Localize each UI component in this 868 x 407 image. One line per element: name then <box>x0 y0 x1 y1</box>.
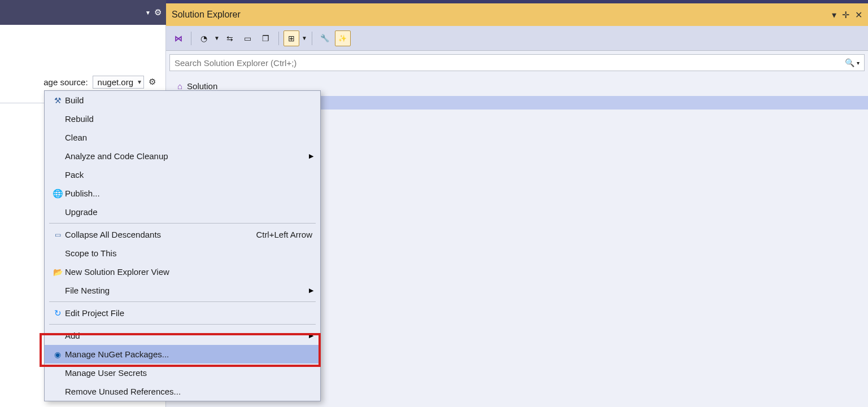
menu-item-edit-project-file[interactable]: Edit Project File <box>45 304 320 322</box>
menu-item-label: Rebuild <box>65 114 312 124</box>
search-icon[interactable]: 🔍 <box>845 58 854 67</box>
tree-root-label: Solution <box>187 81 217 91</box>
edit-icon <box>50 308 65 318</box>
menu-item-scope-to-this[interactable]: Scope to This <box>45 244 320 262</box>
menu-item-label: Manage User Secrets <box>65 368 312 378</box>
pin-icon[interactable]: ✛ <box>842 10 849 20</box>
folder-new-icon <box>50 268 65 277</box>
submenu-arrow-icon: ▶ <box>309 152 313 160</box>
menu-item-label: Analyze and Code Cleanup <box>65 151 312 161</box>
search-dropdown-icon[interactable]: ▾ <box>857 60 860 66</box>
menu-item-collapse-all-descendants[interactable]: Collapse All DescendantsCtrl+Left Arrow <box>45 225 320 244</box>
menu-item-rebuild[interactable]: Rebuild <box>45 110 320 128</box>
menu-item-label: Clean <box>65 133 312 142</box>
build-icon <box>50 96 65 105</box>
window-menu-icon[interactable]: ▾ <box>832 10 836 20</box>
show-all-dropdown-icon[interactable]: ▼ <box>302 35 307 41</box>
menu-item-remove-unused-references[interactable]: Remove Unused References... <box>45 382 320 401</box>
menu-item-label: Upgrade <box>65 207 312 217</box>
menu-item-label: Edit Project File <box>65 308 312 318</box>
menu-item-label: Scope to This <box>65 248 312 258</box>
switch-views-icon[interactable] <box>222 30 238 46</box>
package-source-row: age source: nuget.org <box>0 73 166 90</box>
preview-icon[interactable] <box>335 30 351 46</box>
menu-item-pack[interactable]: Pack <box>45 165 320 184</box>
submenu-arrow-icon: ▶ <box>309 332 313 339</box>
toolbar-separator <box>191 32 191 45</box>
toolbar-separator <box>312 32 312 45</box>
properties-icon[interactable] <box>317 30 333 46</box>
toolbar-separator <box>278 32 279 45</box>
menu-item-manage-nuget-packages[interactable]: Manage NuGet Packages... <box>45 345 320 364</box>
menu-item-new-solution-explorer-view[interactable]: New Solution Explorer View <box>45 262 320 281</box>
solution-explorer-search[interactable]: 🔍 ▾ <box>169 54 865 71</box>
gear-icon[interactable] <box>154 7 162 17</box>
menu-item-upgrade[interactable]: Upgrade <box>45 203 320 221</box>
submenu-arrow-icon: ▶ <box>309 287 313 294</box>
menu-item-build[interactable]: Build <box>45 91 320 110</box>
menu-item-add[interactable]: Add▶ <box>45 326 320 345</box>
package-source-value: nuget.org <box>98 77 133 87</box>
menu-separator <box>49 324 316 325</box>
menu-item-label: Remove Unused References... <box>65 387 312 396</box>
menu-separator <box>49 223 316 224</box>
solution-explorer-toolbar: ▼ ⊞ ▼ <box>166 26 868 51</box>
menu-item-label: New Solution Explorer View <box>65 267 312 277</box>
menu-item-clean[interactable]: Clean <box>45 128 320 147</box>
history-icon[interactable] <box>196 30 212 46</box>
menu-item-label: Publish... <box>65 189 312 198</box>
menu-item-file-nesting[interactable]: File Nesting▶ <box>45 281 320 300</box>
solution-explorer-titlebar: Solution Explorer ▾ ✛ ✕ <box>166 3 868 26</box>
menu-item-label: Collapse All Descendants <box>65 230 256 239</box>
menu-separator <box>49 301 316 302</box>
history-dropdown-icon[interactable]: ▼ <box>214 35 220 41</box>
solution-icon <box>177 81 182 91</box>
windows-icon[interactable] <box>258 30 274 46</box>
menu-item-publish[interactable]: Publish... <box>45 184 320 203</box>
menu-item-label: Pack <box>65 170 312 180</box>
menu-item-label: Manage NuGet Packages... <box>65 349 312 359</box>
package-source-settings-icon[interactable] <box>149 77 156 87</box>
window-icon[interactable] <box>240 30 256 46</box>
context-menu: BuildRebuildCleanAnalyze and Code Cleanu… <box>44 90 321 401</box>
menu-item-label: File Nesting <box>65 286 312 295</box>
package-source-label: age source: <box>43 77 88 87</box>
menu-item-label: Add <box>65 331 312 340</box>
home-icon[interactable] <box>171 30 186 46</box>
show-all-files-icon[interactable]: ⊞ <box>283 30 299 46</box>
package-source-select[interactable]: nuget.org <box>93 76 144 89</box>
close-icon[interactable]: ✕ <box>855 10 862 20</box>
collapse-icon <box>50 231 65 239</box>
globe-icon <box>50 189 65 199</box>
menu-item-manage-user-secrets[interactable]: Manage User Secrets <box>45 364 320 382</box>
nuget-icon <box>50 350 65 359</box>
dropdown-arrow-icon[interactable]: ▼ <box>145 10 151 16</box>
solution-explorer-title: Solution Explorer <box>172 10 241 20</box>
menu-item-shortcut: Ctrl+Left Arrow <box>256 230 312 239</box>
left-header-bar: ▼ <box>0 0 166 25</box>
menu-item-analyze-and-code-cleanup[interactable]: Analyze and Code Cleanup▶ <box>45 147 320 165</box>
menu-item-label: Build <box>65 95 312 105</box>
search-input[interactable] <box>175 58 845 68</box>
